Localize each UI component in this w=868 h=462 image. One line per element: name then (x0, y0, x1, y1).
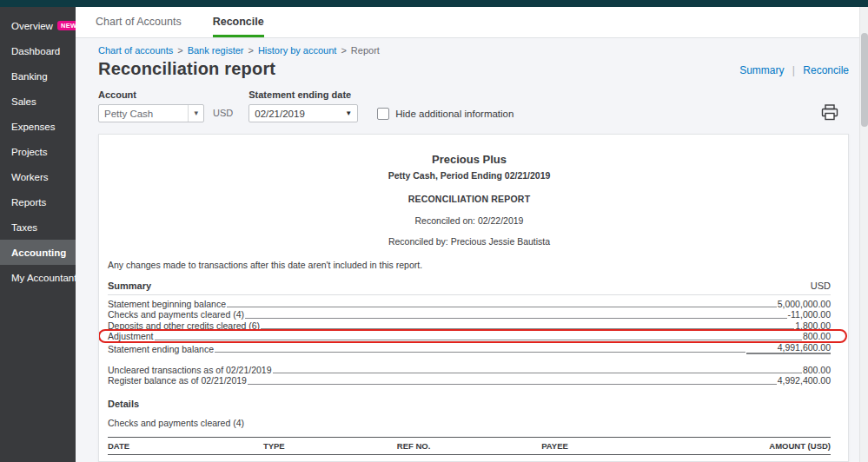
scrollbar-thumb[interactable] (861, 33, 868, 127)
chevron-down-icon: ▾ (188, 105, 198, 122)
tab-chart-of-accounts[interactable]: Chart of Accounts (96, 7, 182, 37)
sidebar-item-label: Overview (11, 21, 53, 31)
sidebar-item-banking[interactable]: Banking (0, 63, 76, 89)
sidebar-item-accounting[interactable]: Accounting (0, 240, 76, 265)
sidebar-item-label: Expenses (11, 122, 56, 132)
top-links: Summary | Reconcile (739, 64, 849, 76)
breadcrumb: Chart of accounts>Bank register>History … (98, 45, 849, 56)
currency-label: USD (213, 108, 233, 118)
tab-list: Chart of AccountsReconcile (96, 7, 295, 37)
column-header-ref-no: REF NO. (397, 437, 541, 454)
title-row: Reconciliation report Summary | Reconcil… (98, 58, 849, 79)
leader-line (215, 352, 745, 353)
sidebar-item-label: Workers (11, 172, 49, 182)
app-window: OverviewNEWDashboardBankingSalesExpenses… (0, 0, 868, 462)
summary-row-label: Adjustment (108, 331, 154, 341)
company-name: Precious Plus (108, 154, 831, 166)
table-cell: Bank of Anycity (541, 454, 712, 462)
sidebar-item-label: Reports (11, 197, 46, 208)
reconcile-link[interactable]: Reconcile (803, 64, 849, 76)
summary-row-amount: 4,992,400.00 (778, 375, 831, 386)
summary-row-uncleared-transactions-as-of-02-21-2019: Uncleared transactions as of 02/21/20198… (108, 365, 831, 375)
hide-info-label: Hide additional information (395, 109, 514, 119)
report-heading: RECONCILIATION REPORT (108, 195, 831, 204)
statement-date-label: Statement ending date (248, 89, 358, 100)
summary-header: Summary USD (108, 280, 831, 295)
summary-row-register-balance-as-of-02-21-2019: Register balance as of 02/21/20194,992,4… (108, 375, 831, 386)
summary-currency: USD (811, 280, 831, 292)
table-cell: -5,000.00 (712, 454, 831, 462)
column-header-amount-usd: AMOUNT (USD) (712, 437, 831, 454)
column-header-date: DATE (108, 437, 263, 454)
hide-info-checkbox[interactable] (377, 108, 389, 120)
leader-line (245, 318, 787, 319)
leader-line (155, 340, 802, 340)
summary-row-amount: 800.00 (803, 331, 831, 341)
table-row: 07/30/2018Check1Bank of Anycity-5,000.00 (108, 454, 831, 462)
summary-row-label: Register balance as of 02/21/2019 (108, 375, 247, 386)
table-cell: 1 (397, 454, 541, 462)
tab-reconcile[interactable]: Reconcile (213, 7, 264, 37)
sidebar-item-overview[interactable]: OverviewNEW (0, 13, 76, 38)
leader-line (227, 307, 777, 307)
column-header-payee: PAYEE (541, 437, 712, 454)
account-select[interactable]: Petty Cash ▾ (98, 104, 204, 122)
vertical-scrollbar[interactable] (859, 7, 868, 462)
breadcrumb-item-bank-register[interactable]: Bank register (188, 45, 244, 56)
leader-line (261, 328, 794, 329)
sidebar-item-taxes[interactable]: Taxes (0, 214, 76, 240)
statement-date-value: 02/21/2019 (255, 109, 305, 119)
page-title: Reconciliation report (98, 58, 275, 79)
top-strip (0, 0, 868, 7)
statement-date-select[interactable]: 02/21/2019 ▼ (248, 104, 358, 122)
summary-row-label: Uncleared transactions as of 02/21/2019 (108, 365, 272, 375)
column-header-type: TYPE (263, 437, 397, 454)
statement-date-field: Statement ending date 02/21/2019 ▼ (248, 89, 358, 122)
body-row: OverviewNEWDashboardBankingSalesExpenses… (0, 7, 868, 462)
sidebar-item-dashboard[interactable]: Dashboard (0, 38, 76, 63)
sidebar-item-reports[interactable]: Reports (0, 189, 76, 214)
summary-row-label: Statement ending balance (108, 344, 214, 354)
sidebar-item-label: Accounting (11, 248, 66, 258)
breadcrumb-separator: > (248, 45, 253, 56)
report-card: Precious Plus Petty Cash, Period Ending … (98, 134, 849, 462)
content-area: Chart of accounts>Bank register>History … (76, 38, 868, 462)
leader-line (248, 384, 777, 385)
summary-row-label: Checks and payments cleared (4) (108, 309, 244, 320)
breadcrumb-separator: > (341, 45, 346, 56)
summary-row-statement-ending-balance: Statement ending balance4,991,600.00 (108, 342, 831, 354)
table-cell: 07/30/2018 (108, 454, 263, 462)
details-title: Details (108, 399, 831, 410)
summary-row-amount: 800.00 (803, 365, 831, 375)
sidebar-item-label: My Accountant (11, 273, 76, 283)
tab-bar: Chart of AccountsReconcile (76, 7, 868, 38)
breadcrumb-item-history-by-account[interactable]: History by account (258, 45, 336, 56)
sidebar-item-sales[interactable]: Sales (0, 89, 76, 114)
summary-row-checks-and-payments-cleared-4: Checks and payments cleared (4)-11,000.0… (108, 309, 831, 320)
summary-row-amount: -11,000.00 (788, 309, 831, 320)
account-field: Account Petty Cash ▾ (98, 89, 204, 122)
main-area: Chart of AccountsReconcile Chart of acco… (76, 7, 868, 462)
summary-row-deposits-and-other-credits-cleared-6: Deposits and other credits cleared (6)1,… (108, 320, 831, 331)
summary-gap (108, 354, 831, 365)
printer-icon[interactable] (821, 104, 838, 121)
summary-row-amount: 4,991,600.00 (746, 342, 831, 354)
summary-row-label: Deposits and other credits cleared (6) (108, 320, 260, 331)
sidebar-item-my-accountant[interactable]: My Accountant (0, 265, 76, 290)
leader-line (273, 373, 802, 373)
reconciled-on: Reconciled on: 02/22/2019 (108, 216, 831, 226)
sidebar-item-projects[interactable]: Projects (0, 139, 76, 164)
breadcrumb-item-chart-of-accounts[interactable]: Chart of accounts (98, 45, 173, 56)
summary-row-label: Statement beginning balance (108, 299, 226, 309)
sidebar-item-label: Sales (11, 96, 36, 107)
summary-row-amount: 5,000,000.00 (778, 299, 831, 309)
sidebar-item-expenses[interactable]: Expenses (0, 114, 76, 139)
table-cell: Check (263, 454, 397, 462)
details-section-label: Checks and payments cleared (4) (108, 419, 831, 428)
summary-title: Summary (108, 280, 151, 292)
sidebar-item-workers[interactable]: Workers (0, 164, 76, 189)
summary-link[interactable]: Summary (739, 64, 784, 76)
report-subtitle: Petty Cash, Period Ending 02/21/2019 (108, 171, 831, 181)
summary-row-statement-beginning-balance: Statement beginning balance5,000,000.00 (108, 299, 831, 309)
table-body: 07/30/2018Check1Bank of Anycity-5,000.00 (108, 454, 831, 462)
